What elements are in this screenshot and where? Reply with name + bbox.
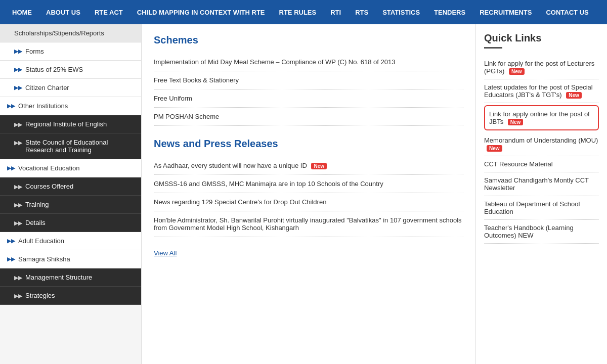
news-list: As Aadhaar, every student will now have … xyxy=(154,157,463,237)
scheme-item-2[interactable]: Free Uniform xyxy=(154,89,463,108)
nav-rti[interactable]: RTI xyxy=(323,0,348,24)
quick-links-title: Quick Links xyxy=(484,32,599,44)
sidebar-item-samagra[interactable]: ▶▶ Samagra Shiksha xyxy=(0,250,141,268)
nav-child-mapping[interactable]: CHILD MAPPING IN CONTEXT WITH RTE xyxy=(130,0,272,24)
quick-link-7[interactable]: Teacher's Handbook (Learning Outcomes) N… xyxy=(484,220,599,244)
sidebar-item-forms[interactable]: ▶▶ Forms xyxy=(0,42,141,61)
news-item-2[interactable]: News regarding 129 Special Centre's for … xyxy=(154,193,463,211)
sidebar-label: Strategies xyxy=(25,292,55,299)
arrow-icon: ▶▶ xyxy=(14,275,22,281)
arrow-icon: ▶▶ xyxy=(7,103,15,109)
sidebar-item-ews[interactable]: ▶▶ Status of 25% EWS xyxy=(0,61,141,79)
new-badge-2: New xyxy=(508,119,524,125)
sidebar-item-citizen[interactable]: ▶▶ Citizen Charter xyxy=(0,79,141,97)
quick-link-6[interactable]: Tableau of Department of School Educatio… xyxy=(484,196,599,220)
arrow-icon: ▶▶ xyxy=(14,184,22,190)
arrow-icon: ▶▶ xyxy=(14,220,22,226)
arrow-icon: ▶▶ xyxy=(7,165,15,171)
news-item-3[interactable]: Hon'ble Administrator, Sh. Banwarilal Pu… xyxy=(154,211,463,237)
nav-about[interactable]: ABOUT US xyxy=(39,0,88,24)
nav-home[interactable]: HOME xyxy=(5,0,39,24)
sidebar-label: Forms xyxy=(25,48,44,55)
arrow-icon: ▶▶ xyxy=(7,238,15,244)
top-navigation: HOME ABOUT US RTE ACT CHILD MAPPING IN C… xyxy=(0,0,607,24)
quick-links-divider xyxy=(484,47,502,49)
arrow-icon: ▶▶ xyxy=(7,256,15,262)
arrow-icon: ▶▶ xyxy=(14,121,22,128)
arrow-icon: ▶▶ xyxy=(14,293,22,299)
main-content: Schemes Implementation of Mid Day Meal S… xyxy=(142,24,475,364)
sidebar-label: Courses Offered xyxy=(25,183,73,190)
sidebar-item-management[interactable]: ▶▶ Management Structure xyxy=(0,268,141,287)
arrow-icon: ▶▶ xyxy=(14,140,22,146)
sidebar-item-regional-institute[interactable]: ▶▶ Regional Institute of English xyxy=(0,115,141,133)
new-badge-3: New xyxy=(487,145,502,152)
quick-link-0[interactable]: Link for apply for the post of Lecturers… xyxy=(484,56,599,79)
sidebar-label: Details xyxy=(25,219,46,226)
arrow-icon: ▶▶ xyxy=(14,48,22,55)
nav-statistics[interactable]: STATISTICS xyxy=(375,0,427,24)
arrow-icon: ▶▶ xyxy=(14,84,22,91)
sidebar-item-scert[interactable]: ▶▶ State Council of Educational Research… xyxy=(0,133,141,159)
news-item-1[interactable]: GMSSS-16 and GMSSS, MHC Manimajra are in… xyxy=(154,175,463,193)
sidebar-label: Status of 25% EWS xyxy=(25,66,83,73)
nav-rte-rules[interactable]: RTE RULES xyxy=(272,0,324,24)
sidebar-item-courses[interactable]: ▶▶ Courses Offered xyxy=(0,177,141,196)
sidebar-label: Scholarships/Stipends/Reports xyxy=(14,29,104,37)
sidebar-label: Vocational Education xyxy=(18,164,79,172)
sidebar-label: Samagra Shiksha xyxy=(18,255,70,263)
page-layout: Scholarships/Stipends/Reports ▶▶ Forms ▶… xyxy=(0,24,607,364)
nav-rte-act[interactable]: RTE ACT xyxy=(88,0,130,24)
nav-tenders[interactable]: TENDERS xyxy=(427,0,472,24)
sidebar-label: Citizen Charter xyxy=(25,84,69,92)
quick-link-2[interactable]: Link for apply online for the post of JB… xyxy=(484,105,599,130)
sidebar-item-vocational[interactable]: ▶▶ Vocational Education xyxy=(0,159,141,177)
sidebar-label: Other Institutions xyxy=(18,102,68,110)
nav-recruitments[interactable]: RECRUITMENTS xyxy=(472,0,539,24)
new-badge-1: New xyxy=(566,92,582,99)
nav-contact[interactable]: CONTACT US xyxy=(539,0,595,24)
arrow-icon: ▶▶ xyxy=(14,66,22,73)
scheme-item-1[interactable]: Free Text Books & Stationery xyxy=(154,71,463,89)
new-badge: New xyxy=(311,163,327,169)
quick-link-3[interactable]: Memorandum of Understanding (MOU) New xyxy=(484,132,599,156)
new-badge-0: New xyxy=(509,68,525,75)
quick-links-panel: Quick Links Link for apply for the post … xyxy=(475,24,607,364)
quick-link-1[interactable]: Latest updates for the post of Special E… xyxy=(484,79,599,103)
nav-rts[interactable]: RTS xyxy=(348,0,375,24)
scheme-item-3[interactable]: PM POSHAN Scheme xyxy=(154,108,463,126)
sidebar-label: Regional Institute of English xyxy=(25,120,107,128)
sidebar-label: State Council of Educational Research an… xyxy=(25,139,134,154)
sidebar-item-scholarships[interactable]: Scholarships/Stipends/Reports xyxy=(0,24,141,42)
schemes-list: Implementation of Mid Day Meal Scheme – … xyxy=(154,53,463,126)
arrow-icon: ▶▶ xyxy=(14,202,22,208)
schemes-title: Schemes xyxy=(154,34,463,46)
sidebar-item-details[interactable]: ▶▶ Details xyxy=(0,214,141,232)
quick-link-5[interactable]: Samvaad Chandigarh's Montly CCT Newslett… xyxy=(484,172,599,196)
scheme-item-0[interactable]: Implementation of Mid Day Meal Scheme – … xyxy=(154,53,463,71)
news-title: News and Press Releases xyxy=(154,138,463,150)
sidebar-label: Training xyxy=(25,201,49,208)
sidebar-item-training[interactable]: ▶▶ Training xyxy=(0,196,141,214)
sidebar-item-adult-education[interactable]: ▶▶ Adult Education xyxy=(0,232,141,250)
sidebar-label: Adult Education xyxy=(18,237,64,245)
news-item-0[interactable]: As Aadhaar, every student will now have … xyxy=(154,157,463,175)
quick-link-4[interactable]: CCT Resource Material xyxy=(484,156,599,172)
sidebar-item-strategies[interactable]: ▶▶ Strategies xyxy=(0,287,141,305)
view-all-link[interactable]: View All xyxy=(154,249,177,257)
sidebar-label: Management Structure xyxy=(25,274,92,281)
sidebar-item-other-institutions[interactable]: ▶▶ Other Institutions xyxy=(0,97,141,115)
sidebar: Scholarships/Stipends/Reports ▶▶ Forms ▶… xyxy=(0,24,142,364)
